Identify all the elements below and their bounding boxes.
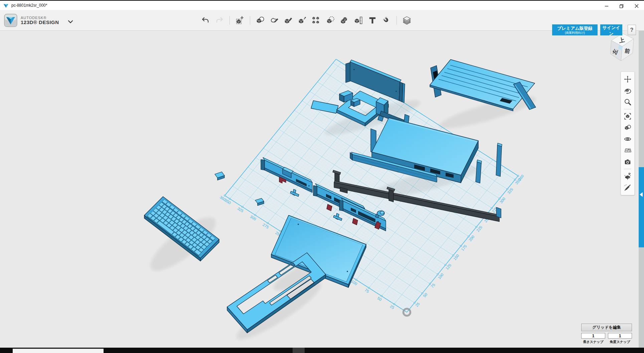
tool-transform-button[interactable] xyxy=(234,14,246,27)
viewcube-label-front: 前 xyxy=(624,48,631,54)
undo-icon xyxy=(201,16,210,25)
tool-modify-button[interactable] xyxy=(296,14,308,27)
toolbar-separator xyxy=(396,16,397,25)
display-style-icon xyxy=(624,124,631,131)
window-title: pc-8801mk2sr_000* xyxy=(11,3,47,8)
tool-snap-button[interactable] xyxy=(380,14,392,27)
nav-pan-button[interactable] xyxy=(623,74,633,84)
zoom-icon xyxy=(624,98,631,106)
app-window-icon xyxy=(3,3,9,10)
minimize-button[interactable] xyxy=(599,1,614,11)
help-button[interactable]: ? xyxy=(628,25,636,35)
grid-axis-y-label: 75 xyxy=(430,283,436,289)
group-icon xyxy=(326,16,335,25)
nav-sketch-visibility-button[interactable] xyxy=(623,183,633,193)
app-menu-chevron-icon[interactable] xyxy=(68,20,73,23)
brand-line1: AUTODESK® xyxy=(21,16,59,20)
model-viewport[interactable]: 2525505075751001001251251501501751752002… xyxy=(0,0,644,353)
sketch-visibility-icon xyxy=(624,184,631,191)
taskbar xyxy=(0,348,644,353)
panel-expand-arrow-icon[interactable] xyxy=(640,192,643,197)
tool-pattern-button[interactable] xyxy=(310,14,322,27)
visibility-icon xyxy=(624,135,631,143)
toolbar-separator xyxy=(229,16,230,25)
grid-visibility-icon xyxy=(624,147,631,154)
right-edge-panel-handle[interactable] xyxy=(639,167,644,247)
title-bar: pc-8801mk2sr_000* xyxy=(0,0,644,10)
tool-strip xyxy=(198,10,414,31)
tool-combine-button[interactable] xyxy=(338,14,350,27)
tool-text-button[interactable] xyxy=(366,14,378,27)
sketch-icon xyxy=(270,16,279,25)
combine-icon xyxy=(340,16,349,25)
nav-visibility-button[interactable] xyxy=(623,134,633,144)
transform-icon xyxy=(235,16,244,25)
grid-axis-y-label: 50 xyxy=(422,292,428,298)
tool-undo-button[interactable] xyxy=(199,14,211,27)
restore-button[interactable] xyxy=(614,1,629,11)
material-icon xyxy=(402,16,411,25)
primitives-icon xyxy=(256,16,265,25)
tool-construct-button[interactable] xyxy=(282,14,294,27)
angle-snap-label: 角度スナップ xyxy=(608,340,632,344)
part-small-plate-a[interactable] xyxy=(215,172,224,180)
app-logo-icon xyxy=(4,14,17,27)
angle-snap-input[interactable] xyxy=(608,333,632,339)
measure-icon xyxy=(354,16,363,25)
nav-snap-box-button[interactable] xyxy=(623,171,633,181)
snap-box-icon xyxy=(624,172,631,180)
view-cube[interactable]: 上 左 前 xyxy=(601,31,643,70)
premium-signup-button[interactable]: プレミアム版登録 (商業利用向け) xyxy=(552,24,598,35)
length-snap-label: 長さスナップ xyxy=(581,340,605,344)
premium-label: プレミアム版登録 xyxy=(552,26,598,31)
redo-icon xyxy=(215,16,224,25)
premium-sublabel: (商業利用向け) xyxy=(552,31,598,34)
taskbar-item-secondary[interactable] xyxy=(293,348,305,353)
nav-display-style-button[interactable] xyxy=(623,123,633,133)
close-button[interactable] xyxy=(629,1,644,11)
pattern-icon xyxy=(312,16,321,25)
text-icon xyxy=(368,16,377,25)
length-snap-input[interactable] xyxy=(581,333,605,339)
tool-measure-button[interactable] xyxy=(352,14,364,27)
navigation-toolbar xyxy=(621,72,635,195)
signin-button[interactable]: サインイン xyxy=(600,24,622,35)
nav-screenshot-button[interactable] xyxy=(623,157,633,167)
screenshot-icon xyxy=(624,158,631,165)
tool-redo-button[interactable] xyxy=(213,14,225,27)
modify-icon xyxy=(298,16,307,25)
grid-settings-panel: グリッドを編集 長さスナップ 角度スナップ xyxy=(581,324,633,344)
tool-sketch-button[interactable] xyxy=(268,14,280,27)
grid-axis-y-label: 25 xyxy=(415,302,420,308)
fit-icon xyxy=(624,113,631,120)
taskbar-item[interactable] xyxy=(13,349,104,353)
toolbar-separator xyxy=(250,16,250,25)
snap-icon xyxy=(382,16,391,25)
app-brand[interactable]: AUTODESK® 123D® DESIGN xyxy=(4,14,73,27)
tool-material-button[interactable] xyxy=(401,14,413,27)
nav-grid-visibility-button[interactable] xyxy=(623,145,633,155)
edit-grid-button[interactable]: グリッドを編集 xyxy=(581,324,632,331)
nav-separator xyxy=(624,169,631,169)
orbit-icon xyxy=(624,87,631,94)
nav-zoom-button[interactable] xyxy=(623,97,633,107)
nav-fit-button[interactable] xyxy=(623,111,633,121)
pan-icon xyxy=(624,76,631,83)
construct-icon xyxy=(284,16,293,25)
main-toolbar: AUTODESK® 123D® DESIGN プレミアム版登録 (商業利用向け)… xyxy=(0,10,644,31)
brand-line2: 123D® DESIGN xyxy=(21,20,59,25)
tool-primitives-button[interactable] xyxy=(254,14,266,27)
tool-group-button[interactable] xyxy=(324,14,336,27)
nav-separator xyxy=(624,109,631,109)
nav-orbit-button[interactable] xyxy=(623,86,633,96)
